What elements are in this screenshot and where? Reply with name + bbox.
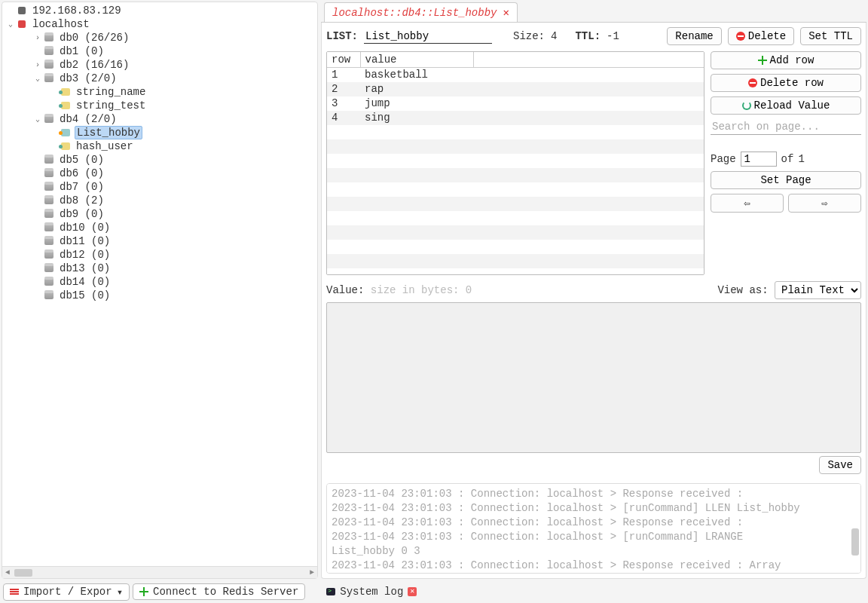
import-export-button[interactable]: Import / Expor ▾	[3, 583, 130, 601]
table-row[interactable]: 1basketball	[327, 68, 704, 82]
db-node[interactable]: db9 (0)	[2, 207, 317, 221]
col-row[interactable]: row	[327, 52, 360, 68]
database-icon	[43, 114, 55, 124]
next-page-button[interactable]: ⇨	[788, 194, 861, 213]
db-node[interactable]: db7 (0)	[2, 180, 317, 194]
connect-server-button[interactable]: Connect to Redis Server	[133, 583, 305, 600]
server-node-remote[interactable]: 192.168.83.129	[2, 4, 317, 17]
delete-row-button[interactable]: Delete row	[711, 74, 861, 92]
db-node[interactable]: db8 (2)	[2, 194, 317, 207]
db-label: db8 (2)	[58, 194, 105, 207]
row-index: 2	[327, 82, 360, 96]
db-label: db14 (0)	[58, 276, 112, 288]
expand-icon: ›	[32, 34, 43, 42]
row-value: jump	[360, 96, 473, 111]
expand-icon: ⌄	[32, 74, 43, 83]
db-node[interactable]: db14 (0)	[2, 275, 317, 289]
save-button[interactable]: Save	[819, 456, 861, 474]
add-row-button[interactable]: Add row	[711, 51, 861, 69]
db-label: db10 (0)	[58, 222, 112, 234]
db-node[interactable]: db6 (0)	[2, 167, 317, 180]
delete-icon	[748, 78, 757, 87]
tab-key[interactable]: localhost::db4::List_hobby ✕	[324, 2, 518, 22]
key-node[interactable]: string_name	[2, 85, 317, 99]
of-label: of	[781, 153, 794, 165]
scroll-right-icon[interactable]: ►	[307, 568, 317, 577]
db-node[interactable]: ›db0 (26/26)	[2, 31, 317, 44]
db-label: db5 (0)	[58, 154, 105, 166]
list-values-table[interactable]: row value 1basketball2rap3jump4sing	[326, 51, 704, 275]
expand-icon: ⌄	[32, 115, 43, 124]
log-panel[interactable]: 2023-11-04 23:01:03 : Connection: localh…	[326, 483, 861, 574]
scroll-thumb[interactable]	[14, 569, 32, 577]
search-input[interactable]	[711, 119, 861, 135]
col-value[interactable]: value	[360, 52, 473, 68]
db-node[interactable]: db15 (0)	[2, 289, 317, 302]
db-node[interactable]: db11 (0)	[2, 234, 317, 248]
database-icon	[43, 209, 55, 219]
set-page-button[interactable]: Set Page	[711, 171, 861, 189]
db-node[interactable]: ⌄db3 (2/0)	[2, 72, 317, 85]
server-label: 192.168.83.129	[31, 5, 123, 17]
server-label: localhost	[31, 18, 91, 30]
database-icon	[43, 290, 55, 301]
value-textarea[interactable]	[326, 302, 861, 453]
db-node[interactable]: db1 (0)	[2, 44, 317, 58]
page-input[interactable]	[741, 152, 777, 167]
table-row[interactable]: 4sing	[327, 111, 704, 125]
tab-title: localhost::db4::List_hobby	[332, 7, 497, 19]
db-label: db4 (2/0)	[58, 113, 118, 125]
log-line: 2023-11-04 23:01:03 : Connection: localh…	[332, 501, 856, 516]
key-label: List_hobby	[75, 126, 142, 139]
database-icon	[43, 168, 55, 179]
database-icon	[43, 155, 55, 165]
row-actions: Add row Delete row Reload Value Page of …	[711, 51, 861, 275]
db-node[interactable]: ›db2 (16/16)	[2, 58, 317, 72]
delete-icon	[736, 32, 745, 41]
close-icon[interactable]: ✕	[503, 6, 509, 19]
db-label: db2 (16/16)	[58, 59, 130, 71]
collapse-icon: ⌄	[5, 20, 16, 29]
key-icon	[60, 87, 72, 97]
key-node[interactable]: hash_user	[2, 139, 317, 153]
db-node[interactable]: db13 (0)	[2, 262, 317, 275]
log-line: 2023-11-04 23:01:03 : Connection: localh…	[332, 516, 856, 530]
bottom-toolbar: Import / Expor ▾ Connect to Redis Server…	[0, 580, 868, 603]
key-node[interactable]: string_test	[2, 99, 317, 112]
view-as-select[interactable]: Plain Text	[775, 281, 861, 299]
connection-tree-panel: 192.168.83.129 ⌄ localhost ›db0 (26/26)d…	[2, 2, 318, 579]
table-row[interactable]: 3jump	[327, 96, 704, 111]
horizontal-scrollbar[interactable]: ◄ ►	[2, 566, 317, 578]
server-icon	[16, 19, 28, 29]
system-log-tab[interactable]: System log ✕	[320, 584, 423, 599]
table-row[interactable]: 2rap	[327, 82, 704, 96]
db-node[interactable]: db5 (0)	[2, 153, 317, 167]
reload-value-button[interactable]: Reload Value	[711, 96, 861, 115]
database-icon	[43, 32, 55, 43]
value-editor: Value: size in bytes: 0 View as: Plain T…	[326, 281, 861, 474]
db-label: db7 (0)	[58, 181, 105, 193]
key-name-input[interactable]	[364, 29, 492, 44]
db-node[interactable]: db10 (0)	[2, 221, 317, 234]
tree-scroll[interactable]: 192.168.83.129 ⌄ localhost ›db0 (26/26)d…	[2, 2, 317, 566]
terminal-icon	[326, 588, 335, 595]
delete-key-button[interactable]: Delete	[728, 27, 794, 45]
expand-icon: ›	[32, 61, 43, 69]
scroll-left-icon[interactable]: ◄	[2, 568, 13, 577]
db-label: db9 (0)	[58, 208, 105, 220]
database-icon	[43, 263, 55, 274]
scrollbar-thumb[interactable]	[851, 528, 859, 556]
rename-button[interactable]: Rename	[667, 27, 721, 45]
row-value: basketball	[360, 68, 473, 82]
database-icon	[43, 60, 55, 70]
prev-page-button[interactable]: ⇦	[711, 194, 784, 213]
key-node[interactable]: List_hobby	[2, 126, 317, 139]
db-node[interactable]: db12 (0)	[2, 248, 317, 262]
arrow-left-icon: ⇦	[744, 197, 750, 210]
row-index: 4	[327, 111, 360, 125]
server-node-localhost[interactable]: ⌄ localhost	[2, 17, 317, 31]
set-ttl-button[interactable]: Set TTL	[800, 27, 861, 45]
close-icon[interactable]: ✕	[408, 587, 417, 596]
db-node[interactable]: ⌄db4 (2/0)	[2, 112, 317, 126]
db-label: db12 (0)	[58, 249, 112, 261]
